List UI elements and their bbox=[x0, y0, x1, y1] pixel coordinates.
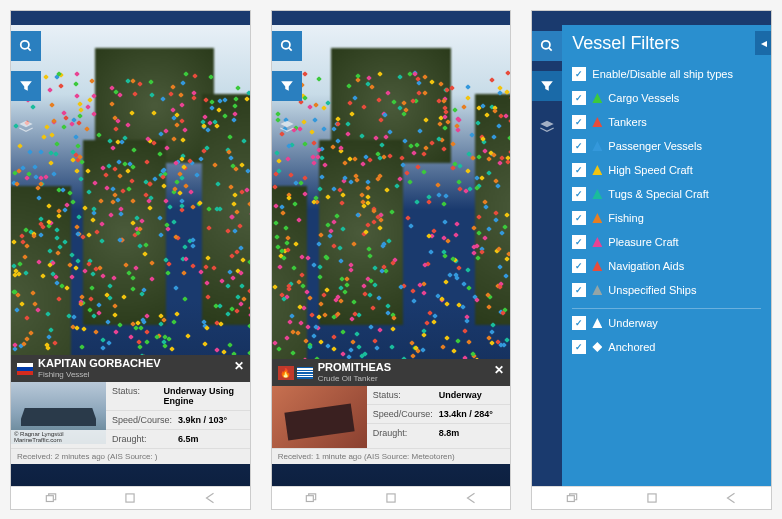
svg-rect-6 bbox=[307, 496, 314, 502]
back-icon[interactable] bbox=[724, 491, 738, 505]
vessel-photo[interactable] bbox=[272, 386, 367, 448]
checkbox-icon: ✓ bbox=[572, 211, 586, 225]
filter-label: High Speed Craft bbox=[608, 164, 692, 176]
status-label: Status: bbox=[112, 386, 163, 406]
search-icon[interactable] bbox=[11, 31, 41, 61]
recent-apps-icon[interactable] bbox=[44, 491, 58, 505]
draught-label: Draught: bbox=[373, 428, 439, 438]
vessel-name: KAPITAN GORBACHEV bbox=[38, 358, 161, 369]
speed-value: 13.4kn / 284° bbox=[439, 409, 493, 419]
underway-icon bbox=[592, 318, 602, 328]
svg-point-0 bbox=[21, 41, 29, 49]
filter-type-item[interactable]: ✓ Tankers bbox=[572, 110, 761, 134]
photo-credit: © Ragnar Lyngstöl MarineTraffic.com bbox=[11, 430, 106, 444]
svg-rect-11 bbox=[648, 494, 656, 502]
collapse-panel-icon[interactable]: ◂ bbox=[755, 31, 771, 55]
svg-line-5 bbox=[288, 48, 291, 51]
filter-type-item[interactable]: ✓ Unspecified Ships bbox=[572, 278, 761, 302]
status-bar bbox=[272, 11, 511, 25]
received-text: Received: 1 minute ago (AIS Source: Mete… bbox=[272, 448, 511, 464]
status-bar bbox=[11, 11, 250, 25]
android-nav-bar bbox=[11, 486, 250, 509]
filter-label: Navigation Aids bbox=[608, 260, 684, 272]
draught-value: 6.5m bbox=[178, 434, 199, 444]
filter-type-item[interactable]: ✓ Passenger Vessels bbox=[572, 134, 761, 158]
filter-type-item[interactable]: ✓ Fishing bbox=[572, 206, 761, 230]
vessel-type-icon bbox=[592, 93, 602, 103]
svg-line-1 bbox=[28, 48, 31, 51]
checkbox-icon: ✓ bbox=[572, 340, 586, 354]
filter-type-item[interactable]: ✓ Tugs & Special Craft bbox=[572, 182, 761, 206]
checkbox-icon: ✓ bbox=[572, 67, 586, 81]
checkbox-icon: ✓ bbox=[572, 187, 586, 201]
vessel-type: Crude Oil Tanker bbox=[318, 374, 391, 383]
svg-rect-3 bbox=[126, 494, 134, 502]
checkbox-icon: ✓ bbox=[572, 316, 586, 330]
filter-label: Enable/Disable all ship types bbox=[592, 68, 733, 80]
tanker-badge-icon: 🔥 bbox=[278, 366, 294, 380]
filter-label: Passenger Vessels bbox=[608, 140, 702, 152]
vessel-type-icon bbox=[592, 285, 602, 295]
map-area[interactable]: KAPITAN GORBACHEV Fishing Vessel ✕ © Rag… bbox=[11, 25, 250, 486]
vessel-info-card: KAPITAN GORBACHEV Fishing Vessel ✕ © Rag… bbox=[11, 355, 250, 464]
filter-type-item[interactable]: ✓ High Speed Craft bbox=[572, 158, 761, 182]
search-icon[interactable] bbox=[272, 31, 302, 61]
vessel-type-icon bbox=[592, 117, 602, 127]
home-icon[interactable] bbox=[645, 491, 659, 505]
svg-rect-7 bbox=[387, 494, 395, 502]
svg-point-8 bbox=[542, 41, 550, 49]
map-area: ◂ Vessel Filters ✓ Enable/Disable all sh… bbox=[532, 25, 771, 486]
close-icon[interactable]: ✕ bbox=[234, 359, 244, 373]
flag-icon-greece bbox=[297, 367, 313, 379]
vessel-name: PROMITHEAS bbox=[318, 362, 391, 373]
close-icon[interactable]: ✕ bbox=[494, 363, 504, 377]
checkbox-icon: ✓ bbox=[572, 163, 586, 177]
filter-icon[interactable] bbox=[532, 71, 562, 101]
layers-icon[interactable] bbox=[11, 111, 41, 141]
checkbox-icon: ✓ bbox=[572, 235, 586, 249]
map-area[interactable]: 🔥 PROMITHEAS Crude Oil Tanker ✕ Status:U… bbox=[272, 25, 511, 486]
filter-status-item[interactable]: ✓ Underway bbox=[572, 311, 761, 335]
checkbox-icon: ✓ bbox=[572, 283, 586, 297]
filter-type-item[interactable]: ✓ Cargo Vessels bbox=[572, 86, 761, 110]
search-icon[interactable] bbox=[532, 31, 562, 61]
home-icon[interactable] bbox=[123, 491, 137, 505]
filter-icon[interactable] bbox=[11, 71, 41, 101]
speed-label: Speed/Course: bbox=[112, 415, 178, 425]
android-nav-bar bbox=[532, 486, 771, 509]
recent-apps-icon[interactable] bbox=[304, 491, 318, 505]
android-nav-bar bbox=[272, 486, 511, 509]
layers-icon[interactable] bbox=[532, 111, 562, 141]
draught-value: 8.8m bbox=[439, 428, 460, 438]
status-bar bbox=[532, 11, 771, 25]
filter-toggle-all[interactable]: ✓ Enable/Disable all ship types bbox=[572, 62, 761, 86]
filter-type-item[interactable]: ✓ Pleasure Craft bbox=[572, 230, 761, 254]
svg-rect-2 bbox=[46, 496, 53, 502]
checkbox-icon: ✓ bbox=[572, 91, 586, 105]
filter-label: Tugs & Special Craft bbox=[608, 188, 708, 200]
svg-rect-10 bbox=[567, 496, 574, 502]
svg-point-4 bbox=[281, 41, 289, 49]
phone-screen-2: 🔥 PROMITHEAS Crude Oil Tanker ✕ Status:U… bbox=[271, 10, 512, 510]
svg-line-9 bbox=[549, 48, 552, 51]
vessel-type-icon bbox=[592, 213, 602, 223]
vessel-type-icon bbox=[592, 189, 602, 199]
vessel-photo[interactable]: © Ragnar Lyngstöl MarineTraffic.com bbox=[11, 382, 106, 444]
vessel-type-icon bbox=[592, 165, 602, 175]
recent-apps-icon[interactable] bbox=[565, 491, 579, 505]
filter-label: Unspecified Ships bbox=[608, 284, 696, 296]
status-value: Underway bbox=[439, 390, 482, 400]
filter-icon[interactable] bbox=[272, 71, 302, 101]
filter-label: Tankers bbox=[608, 116, 647, 128]
filter-type-item[interactable]: ✓ Navigation Aids bbox=[572, 254, 761, 278]
filter-status-item[interactable]: ✓ Anchored bbox=[572, 335, 761, 359]
back-icon[interactable] bbox=[464, 491, 478, 505]
flag-icon-russia bbox=[17, 363, 33, 375]
layers-icon[interactable] bbox=[272, 111, 302, 141]
home-icon[interactable] bbox=[384, 491, 398, 505]
vessel-type-icon bbox=[592, 261, 602, 271]
back-icon[interactable] bbox=[203, 491, 217, 505]
checkbox-icon: ✓ bbox=[572, 115, 586, 129]
checkbox-icon: ✓ bbox=[572, 259, 586, 273]
status-value: Underway Using Engine bbox=[163, 386, 243, 406]
